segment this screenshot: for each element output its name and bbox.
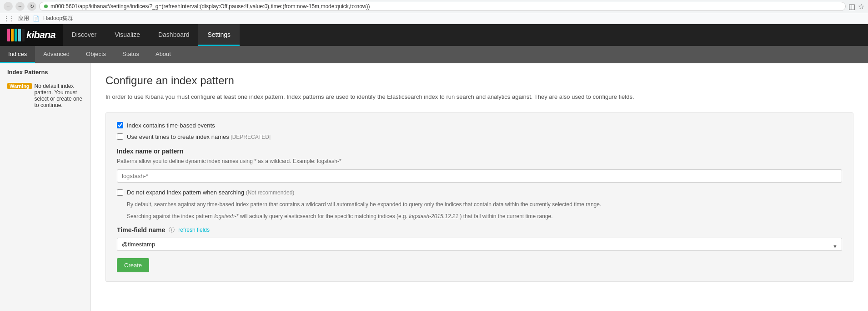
no-expand-row: Do not expand index pattern when searchi… [117, 189, 842, 196]
subnav-indices[interactable]: Indices [0, 46, 35, 63]
apps-icon: ⋮⋮ [4, 15, 15, 22]
logo-seg-4 [18, 29, 21, 41]
nav-settings[interactable]: Settings [198, 24, 240, 46]
index-name-label: Index name or pattern [117, 148, 842, 155]
event-times-row: Use event times to create index names [D… [117, 133, 842, 140]
kibana-header: kibana Discover Visualize Dashboard Sett… [0, 24, 868, 46]
star-icon: ☆ [858, 2, 864, 11]
sidebar-title: Index Patterns [0, 63, 90, 79]
kibana-logo-text: kibana [26, 29, 55, 41]
not-recommended-label: (Not recommended) [246, 189, 295, 196]
nav-dashboard[interactable]: Dashboard [149, 24, 199, 46]
create-button[interactable]: Create [117, 258, 149, 272]
no-expand-italic1: logstash-* [214, 213, 238, 219]
no-expand-section: Do not expand index pattern when searchi… [117, 189, 842, 220]
time-field-select-wrapper: @timestamp ▼ [117, 238, 842, 258]
time-based-checkbox[interactable] [117, 122, 123, 128]
time-field-select[interactable]: @timestamp [117, 238, 842, 251]
logo-seg-5 [22, 29, 25, 41]
no-expand-label: Do not expand index pattern when searchi… [127, 189, 294, 196]
bookmark-hadoop[interactable]: Hadoop集群 [43, 15, 73, 22]
forward-button[interactable]: → [15, 2, 25, 11]
extensions-icon: ◫ [848, 2, 855, 11]
index-pattern-form: Index contains time-based events Use eve… [105, 112, 853, 282]
settings-subnav: Indices Advanced Objects Status About [0, 46, 868, 63]
page-title: Configure an index pattern [105, 74, 853, 87]
main-nav: Discover Visualize Dashboard Settings [63, 24, 240, 46]
time-based-label: Index contains time-based events [127, 122, 215, 129]
subnav-advanced[interactable]: Advanced [35, 46, 78, 63]
url-text: m000:5601/app/kibana#/settings/indices/?… [50, 3, 370, 10]
browser-bar: ← → ↻ m000:5601/app/kibana#/settings/ind… [0, 0, 868, 13]
bookmarks-bar: ⋮⋮ 应用 📄 Hadoop集群 [0, 13, 868, 24]
info-icon: ⓘ [169, 226, 175, 234]
content-area: Configure an index pattern In order to u… [91, 63, 868, 311]
no-expand-desc1: By default, searches against any time-ba… [127, 200, 842, 209]
nav-visualize[interactable]: Visualize [105, 24, 149, 46]
page-description: In order to use Kibana you must configur… [105, 92, 853, 102]
kibana-logo: kibana [0, 24, 63, 46]
logo-seg-3 [15, 29, 17, 41]
sidebar-warning: Warning No default index pattern. You mu… [4, 79, 87, 112]
subnav-about[interactable]: About [147, 46, 179, 63]
reload-button[interactable]: ↻ [27, 2, 36, 11]
main-layout: Index Patterns Warning No default index … [0, 63, 868, 311]
nav-discover[interactable]: Discover [63, 24, 105, 46]
logo-seg-2 [11, 29, 14, 41]
time-field-label: Time-field name [117, 226, 165, 234]
bookmark-page-icon: 📄 [33, 15, 40, 22]
event-times-checkbox[interactable] [117, 133, 123, 140]
no-expand-desc2: Searching against the index pattern logs… [127, 212, 842, 220]
deprecated-label: [DEPRECATED] [231, 134, 271, 140]
subnav-status[interactable]: Status [114, 46, 147, 63]
index-pattern-input[interactable] [117, 169, 842, 183]
logo-seg-1 [7, 29, 10, 41]
index-name-desc: Patterns allow you to define dynamic ind… [117, 158, 842, 165]
bookmark-apps[interactable]: 应用 [18, 15, 29, 22]
no-expand-checkbox[interactable] [117, 189, 123, 196]
time-based-row: Index contains time-based events [117, 122, 842, 129]
back-button[interactable]: ← [4, 2, 13, 11]
sidebar: Index Patterns Warning No default index … [0, 63, 91, 311]
url-bar[interactable]: m000:5601/app/kibana#/settings/indices/?… [39, 2, 846, 11]
event-times-label: Use event times to create index names [D… [127, 133, 271, 140]
logo-bars [7, 29, 25, 41]
secure-icon [44, 5, 48, 8]
no-expand-italic2: logstash-2015.12.21 [409, 213, 458, 219]
refresh-fields-link[interactable]: refresh fields [178, 227, 210, 233]
warning-text: No default index pattern. You must selec… [35, 83, 83, 108]
time-field-row: Time-field name ⓘ refresh fields [117, 226, 842, 234]
warning-badge: Warning [7, 83, 32, 89]
subnav-objects[interactable]: Objects [78, 46, 114, 63]
